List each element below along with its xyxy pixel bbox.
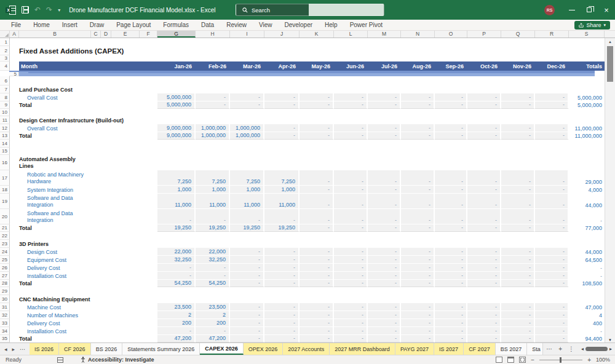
cell-r31c11[interactable]: - (501, 303, 535, 311)
column-header-D[interactable]: D (101, 31, 111, 38)
cell-r13c5[interactable]: - (300, 132, 334, 140)
zoom-out-icon[interactable]: − (531, 357, 534, 363)
cell-r33c10[interactable]: - (467, 319, 501, 327)
row-label-2[interactable]: Fixed Asset Additions (CAPEX) (10, 46, 157, 55)
cell-r17c11[interactable]: - (501, 170, 535, 186)
cell-r12c4[interactable]: - (264, 124, 300, 132)
close-button[interactable]: × (598, 0, 615, 20)
cell-r12c7[interactable]: - (368, 124, 401, 132)
sheet-tab-is-2026[interactable]: IS 2026 (30, 343, 59, 355)
scroll-down-icon[interactable]: ▼ (605, 338, 615, 342)
row-number-18[interactable]: 18 (0, 186, 10, 194)
cell-r9c1[interactable]: 5,000,000 (157, 101, 196, 109)
cell-r25c11[interactable]: - (501, 256, 535, 264)
cell-r32c8[interactable]: - (401, 311, 435, 319)
zoom-level[interactable]: 100% (596, 357, 610, 363)
cell-r9c9[interactable]: - (435, 101, 467, 109)
cell-r19c2[interactable]: 11,000 (196, 194, 230, 209)
cell-r13c12[interactable]: - (535, 132, 569, 140)
row-number-35[interactable]: 35 (0, 335, 10, 342)
cell-r35c7[interactable]: - (368, 335, 401, 342)
cell-r26c8[interactable]: - (401, 264, 435, 272)
row-number-3[interactable]: 3 (0, 55, 10, 61)
zoom-slider[interactable] (539, 360, 582, 360)
cell-r12c10[interactable]: - (467, 124, 501, 132)
cell-r27c2[interactable]: - (196, 272, 230, 280)
cell-r8c2[interactable]: - (196, 93, 230, 101)
cell-r25c1[interactable]: 32,250 (157, 256, 196, 264)
cell-r25c2[interactable]: 32,250 (196, 256, 230, 264)
row-number-24[interactable]: 24 (0, 248, 10, 256)
cell-r26c5[interactable]: - (300, 264, 334, 272)
cell-r31c2[interactable]: 23,500 (196, 303, 230, 311)
column-header-K[interactable]: K (300, 31, 334, 38)
cell-r24c1[interactable]: 22,000 (157, 248, 196, 256)
row-label-35[interactable]: Total (10, 335, 157, 342)
cell-r12c9[interactable]: - (435, 124, 467, 132)
cell-r20c10[interactable]: - (467, 209, 501, 224)
row-number-13[interactable]: 13 (0, 132, 10, 140)
cell-r28c2[interactable]: 54,250 (196, 280, 230, 287)
cell-r25c3[interactable]: - (230, 256, 264, 264)
total-cell-r13[interactable]: 11,000,000 (569, 132, 605, 140)
month-header-Feb-26[interactable]: Feb-26 (196, 61, 230, 71)
cell-r25c10[interactable]: - (467, 256, 501, 264)
cell-r13c9[interactable]: - (435, 132, 467, 140)
cell-r21c8[interactable]: - (401, 224, 435, 232)
cell-r26c11[interactable]: - (501, 264, 535, 272)
cell-r31c1[interactable]: 23,500 (157, 303, 196, 311)
total-cell-r34[interactable]: - (569, 327, 605, 335)
cell-r9c5[interactable]: - (300, 101, 334, 109)
cell-r27c11[interactable]: - (501, 272, 535, 280)
cell-r12c1[interactable]: 9,000,000 (157, 124, 196, 132)
sheet-tab-cf-2026[interactable]: CF 2026 (59, 343, 91, 355)
cell-r18c1[interactable]: 1,000 (157, 186, 196, 194)
ribbon-tab-page-layout[interactable]: Page Layout (110, 20, 157, 31)
cell-r33c6[interactable]: - (334, 319, 368, 327)
cell-r20c8[interactable]: - (401, 209, 435, 224)
cell-r35c2[interactable]: 47,200 (196, 335, 230, 342)
total-cell-r18[interactable]: 4,000 (569, 186, 605, 194)
cell-r19c6[interactable]: - (334, 194, 368, 209)
cell-r32c10[interactable]: - (467, 311, 501, 319)
ribbon-tab-insert[interactable]: Insert (56, 20, 84, 31)
total-cell-r24[interactable]: 44,000 (569, 248, 605, 256)
cell-r35c12[interactable]: - (535, 335, 569, 342)
column-header-B[interactable]: B (19, 31, 91, 38)
cell-r13c6[interactable]: - (334, 132, 368, 140)
row-number-7[interactable]: 7 (0, 85, 10, 93)
cell-r20c1[interactable]: - (157, 209, 196, 224)
cell-r32c12[interactable]: - (535, 311, 569, 319)
row-label-26[interactable]: Delivery Cost (10, 264, 157, 272)
cell-r27c3[interactable]: - (230, 272, 264, 280)
row-label-24[interactable]: Design Cost (10, 248, 157, 256)
cell-r20c9[interactable]: - (435, 209, 467, 224)
row-number-19[interactable]: 19 (0, 194, 10, 209)
cell-r17c7[interactable]: - (368, 170, 401, 186)
minimize-button[interactable] (563, 0, 581, 20)
row-number-21[interactable]: 21 (0, 224, 10, 232)
cell-r21c2[interactable]: 19,250 (196, 224, 230, 232)
row-number-11[interactable]: 11 (0, 116, 10, 124)
cell-r33c2[interactable]: 200 (196, 319, 230, 327)
cell-r33c3[interactable]: - (230, 319, 264, 327)
ribbon-tab-file[interactable]: File (5, 20, 27, 31)
cell-r21c10[interactable]: - (467, 224, 501, 232)
hscroll-right-icon[interactable]: ▸ (609, 346, 612, 352)
cell-r35c6[interactable]: - (334, 335, 368, 342)
cell-r18c3[interactable]: 1,000 (230, 186, 264, 194)
row-label-17[interactable]: Robotic and Machinery Hardware (10, 170, 157, 186)
cell-r8c11[interactable]: - (501, 93, 535, 101)
cell-r9c7[interactable]: - (368, 101, 401, 109)
cell-r24c3[interactable]: - (230, 248, 264, 256)
total-cell-r12[interactable]: 11,000,000 (569, 124, 605, 132)
total-cell-r27[interactable]: - (569, 272, 605, 280)
cell-r19c4[interactable]: 11,000 (264, 194, 300, 209)
cell-r31c8[interactable]: - (401, 303, 435, 311)
cell-r31c3[interactable]: - (230, 303, 264, 311)
cell-r18c9[interactable]: - (435, 186, 467, 194)
row-number-10[interactable]: 10 (0, 109, 10, 116)
cell-r26c10[interactable]: - (467, 264, 501, 272)
month-header-Nov-26[interactable]: Nov-26 (501, 61, 535, 71)
total-cell-r25[interactable]: 64,500 (569, 256, 605, 264)
